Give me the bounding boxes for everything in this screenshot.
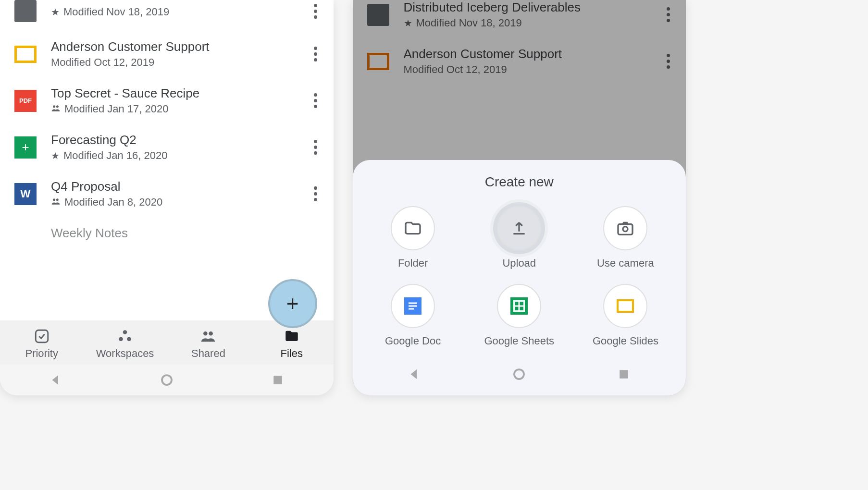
svg-rect-21 — [620, 370, 628, 379]
nav-home-icon[interactable] — [512, 367, 526, 381]
slides-icon — [14, 46, 37, 63]
folder-icon — [403, 219, 422, 238]
svg-point-8 — [204, 331, 208, 336]
shared-icon — [51, 196, 61, 208]
files-icon — [284, 328, 300, 344]
slides-icon — [617, 299, 634, 313]
svg-point-1 — [56, 105, 59, 108]
more-options-icon[interactable] — [309, 186, 323, 201]
option-use-camera[interactable]: Use camera — [575, 206, 676, 270]
svg-point-0 — [53, 105, 55, 108]
file-title: Forecasting Q2 — [51, 133, 294, 147]
file-title: Q4 Proposal — [51, 179, 294, 194]
file-row[interactable]: PDF Top Secret - Sauce Recipe Modified J… — [0, 77, 334, 124]
file-subtitle: ★ Modified Jan 16, 2020 — [51, 149, 294, 162]
option-folder[interactable]: Folder — [362, 206, 464, 270]
svg-point-20 — [514, 369, 524, 379]
file-row[interactable]: Weekly Notes — [0, 217, 334, 251]
system-nav — [0, 365, 334, 395]
tab-priority[interactable]: Priority — [0, 325, 83, 365]
svg-rect-11 — [273, 376, 282, 384]
shared-icon — [200, 328, 216, 344]
nav-recent-icon[interactable] — [271, 373, 285, 387]
nav-back-icon[interactable] — [407, 367, 422, 381]
svg-point-5 — [123, 330, 127, 334]
svg-point-10 — [162, 375, 172, 385]
file-title: Weekly Notes — [51, 226, 323, 241]
svg-point-9 — [209, 331, 213, 336]
file-subtitle: ★ Modified Nov 18, 2019 — [51, 6, 294, 18]
file-title: Anderson Customer Support — [51, 39, 294, 54]
tab-workspaces[interactable]: Workspaces — [83, 325, 166, 365]
docs-icon — [404, 297, 422, 315]
file-title: Top Secret - Sauce Recipe — [51, 86, 294, 101]
file-list: ★ Modified Nov 18, 2019 Anderson Custome… — [0, 0, 334, 320]
more-options-icon[interactable] — [309, 140, 323, 155]
phone-left: ★ Modified Nov 18, 2019 Anderson Custome… — [0, 0, 334, 395]
phone-right: Distributed Iceberg Deliverables ★ Modif… — [353, 0, 686, 395]
tab-files[interactable]: Files — [250, 325, 333, 365]
priority-icon — [34, 328, 50, 344]
option-google-slides[interactable]: Google Slides — [575, 284, 676, 347]
star-icon: ★ — [51, 150, 60, 161]
bottom-nav: Priority Workspaces Shared Files — [0, 320, 334, 365]
file-subtitle: Modified Oct 12, 2019 — [51, 56, 294, 69]
folder-icon — [14, 0, 37, 22]
fab-create-button[interactable]: + — [268, 279, 317, 328]
sheets-icon: + — [14, 136, 37, 159]
shared-icon — [51, 103, 61, 115]
sheets-icon — [510, 297, 528, 315]
file-row[interactable]: + Forecasting Q2 ★ Modified Jan 16, 2020 — [0, 124, 334, 171]
workspaces-icon — [117, 328, 133, 344]
file-row[interactable]: ★ Modified Nov 18, 2019 — [0, 0, 334, 31]
svg-rect-12 — [618, 224, 632, 235]
plus-icon: + — [286, 292, 299, 316]
more-options-icon[interactable] — [309, 4, 323, 19]
sheet-title: Create new — [362, 174, 677, 190]
create-new-sheet: Create new Folder Upload — [353, 160, 686, 395]
svg-rect-14 — [409, 303, 417, 304]
svg-rect-15 — [409, 306, 417, 307]
star-icon: ★ — [51, 6, 60, 18]
option-google-sheets[interactable]: Google Sheets — [469, 284, 570, 347]
system-nav — [362, 359, 677, 390]
svg-point-2 — [53, 198, 55, 201]
option-google-doc[interactable]: Google Doc — [362, 284, 464, 347]
svg-point-13 — [623, 227, 628, 232]
svg-point-7 — [127, 337, 131, 341]
svg-point-3 — [56, 198, 59, 201]
more-options-icon[interactable] — [309, 93, 323, 108]
file-row[interactable]: Anderson Customer Support Modified Oct 1… — [0, 31, 334, 77]
pdf-icon: PDF — [14, 90, 37, 112]
nav-home-icon[interactable] — [160, 373, 174, 387]
nav-recent-icon[interactable] — [617, 367, 631, 381]
word-icon: W — [14, 183, 37, 205]
tab-shared[interactable]: Shared — [167, 325, 250, 365]
file-subtitle: Modified Jan 17, 2020 — [51, 103, 294, 115]
file-row[interactable]: W Q4 Proposal Modified Jan 8, 2020 — [0, 171, 334, 217]
option-upload[interactable]: Upload — [469, 206, 570, 270]
upload-icon — [509, 219, 529, 238]
svg-rect-16 — [409, 308, 414, 310]
more-options-icon[interactable] — [309, 47, 323, 61]
file-subtitle: Modified Jan 8, 2020 — [51, 196, 294, 208]
svg-point-6 — [119, 337, 123, 341]
nav-back-icon[interactable] — [49, 373, 63, 387]
camera-icon — [616, 219, 635, 238]
svg-rect-4 — [36, 330, 48, 343]
